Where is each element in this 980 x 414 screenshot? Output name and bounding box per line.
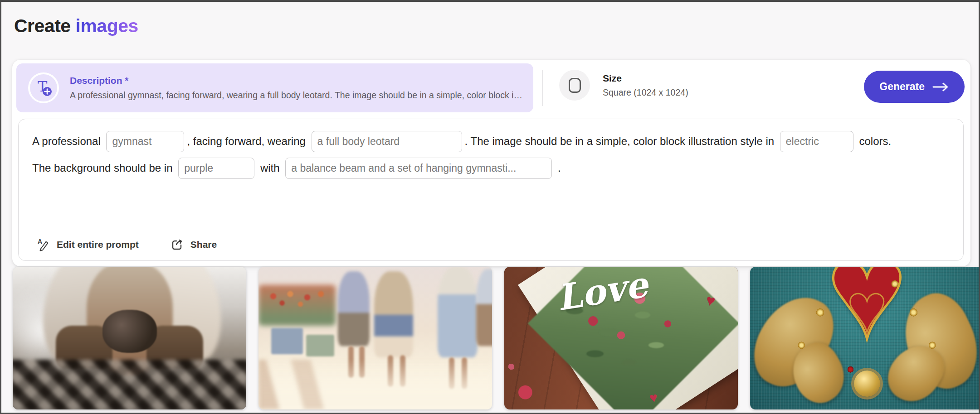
prompt-actions: A Edit entire prompt Share bbox=[37, 238, 217, 251]
square-outline-icon bbox=[569, 78, 581, 93]
prompt-text: . bbox=[555, 162, 561, 174]
decor-market-person bbox=[438, 267, 478, 357]
prompt-card: A professional gymnast, facing forward, … bbox=[18, 119, 964, 261]
decor-market-person bbox=[476, 269, 492, 346]
share-label: Share bbox=[190, 239, 217, 250]
description-texts: Description * A professional gymnast, fa… bbox=[70, 75, 523, 101]
svg-text:A: A bbox=[38, 238, 42, 245]
share-icon bbox=[171, 238, 184, 251]
prompt-text: The background should be in bbox=[32, 162, 176, 174]
decor-market-crate bbox=[271, 328, 303, 354]
decor-dog-nose bbox=[102, 310, 157, 353]
decor-market-person bbox=[374, 271, 413, 357]
generate-button-label: Generate bbox=[879, 81, 925, 93]
generate-button[interactable]: Generate bbox=[864, 71, 965, 103]
text-add-icon-svg: T bbox=[34, 78, 54, 98]
edit-entire-prompt-label: Edit entire prompt bbox=[57, 239, 139, 250]
share-button[interactable]: Share bbox=[171, 238, 217, 251]
prompt-text: colors. bbox=[856, 135, 891, 148]
decor-gold-medallion bbox=[854, 371, 880, 397]
gallery-image-love-papercraft[interactable]: Love ♥ ♥ bbox=[504, 267, 738, 409]
prompt-text: with bbox=[257, 162, 283, 174]
page-title: Create images bbox=[14, 15, 138, 37]
page-title-highlight: images bbox=[76, 15, 138, 36]
size-icon-circle bbox=[559, 70, 590, 101]
edit-text-icon: A bbox=[37, 238, 50, 251]
generated-images-gallery: Love ♥ ♥ ♥ ♥ bbox=[13, 267, 980, 409]
prompt-text: , facing forward, wearing bbox=[187, 135, 308, 148]
gallery-image-market-watercolor[interactable] bbox=[258, 267, 492, 409]
prompt-field-clothing[interactable]: a full body leotard bbox=[312, 131, 462, 152]
gallery-image-dog-closeup[interactable] bbox=[13, 267, 246, 409]
prompt-text: . The image should be in a simple, color… bbox=[465, 135, 777, 148]
decor-market-produce bbox=[263, 287, 331, 310]
decor-market-shadows bbox=[258, 360, 492, 409]
toolbar-divider bbox=[542, 70, 543, 106]
prompt-editor: A professional gymnast, facing forward, … bbox=[32, 130, 950, 179]
decor-market-crate bbox=[306, 335, 334, 356]
description-label: Description * bbox=[70, 75, 523, 86]
text-add-icon: T bbox=[28, 72, 59, 103]
decor-dog-floor-pattern bbox=[13, 360, 246, 409]
prompt-line-2: The background should be in purple with … bbox=[32, 157, 950, 179]
size-label: Size bbox=[603, 73, 688, 84]
prompt-field-color-style[interactable]: electric bbox=[780, 131, 853, 152]
size-value: Square (1024 x 1024) bbox=[603, 87, 688, 98]
gallery-image-embroidered-heart[interactable]: ♥ ♥ bbox=[750, 267, 980, 409]
description-card[interactable]: T Description * A professional gymnast, … bbox=[16, 63, 533, 112]
size-option[interactable]: Size Square (1024 x 1024) bbox=[559, 70, 688, 101]
prompt-text: A professional bbox=[32, 135, 103, 148]
description-preview: A professional gymnast, facing forward, … bbox=[70, 90, 523, 101]
arrow-right-icon bbox=[932, 82, 949, 92]
edit-entire-prompt-button[interactable]: A Edit entire prompt bbox=[37, 238, 139, 251]
prompt-field-background-color[interactable]: purple bbox=[178, 158, 254, 179]
size-texts: Size Square (1024 x 1024) bbox=[603, 73, 688, 98]
page-title-prefix: Create bbox=[14, 15, 76, 36]
prompt-field-background-items[interactable]: a balance beam and a set of hanging gymn… bbox=[285, 158, 552, 179]
prompt-line-1: A professional gymnast, facing forward, … bbox=[32, 130, 950, 153]
decor-market-person bbox=[338, 271, 370, 346]
create-panel: T Description * A professional gymnast, … bbox=[12, 60, 970, 266]
prompt-field-subject[interactable]: gymnast bbox=[106, 131, 184, 152]
